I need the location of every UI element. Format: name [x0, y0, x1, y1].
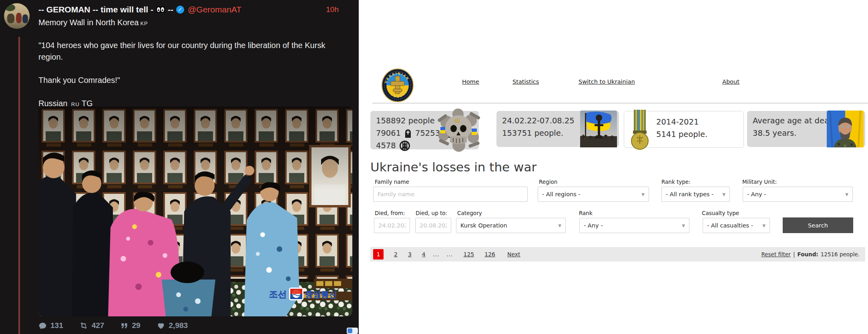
heart-icon — [157, 321, 165, 330]
region-select[interactable]: - All regions -▼ — [538, 187, 649, 202]
tweet-header: -- GEROMAN -- time will tell - -- ✓ @Ger… — [38, 5, 348, 14]
pow-count: 4578 — [376, 139, 396, 152]
tweet-actions: 131 427 29 2,983 — [38, 321, 188, 330]
chevron-down-icon: ▼ — [762, 223, 766, 228]
pagination-ellipsis: ... — [433, 251, 439, 258]
author-handle[interactable]: @GeromanAT — [188, 5, 241, 14]
chevron-down-icon: ▼ — [558, 223, 561, 228]
tweet-photo-memory-wall[interactable]: 조선 중앙통신 — [38, 107, 352, 316]
soldier-portrait-image — [827, 111, 864, 151]
verified-badge-icon: ✓ — [176, 6, 184, 14]
avatar[interactable] — [4, 3, 30, 29]
region-label: Region — [539, 179, 557, 185]
family-name-input[interactable] — [373, 187, 528, 202]
scrollbar-thumb[interactable] — [347, 328, 358, 334]
medal-image — [630, 109, 650, 154]
chevron-down-icon: ▼ — [641, 192, 645, 197]
pagination-bar: 1 2 3 4 ... ... 125 126 Next Reset filte… — [370, 247, 865, 262]
header-divider — [372, 103, 868, 103]
died-to-input[interactable] — [415, 218, 451, 233]
reset-filter-link[interactable]: Reset filter — [762, 251, 791, 258]
retweet-icon — [79, 321, 88, 330]
tweet-timestamp[interactable]: 10h — [326, 5, 348, 14]
retweet-button[interactable]: 427 — [79, 321, 104, 330]
nav-statistics[interactable]: Statistics — [512, 78, 539, 85]
nav-home[interactable]: Home — [462, 78, 479, 85]
page-126-link[interactable]: 126 — [484, 251, 495, 258]
page-title: Ukraine's losses in the war — [370, 160, 536, 174]
flag-kp-tag: KP — [140, 20, 148, 26]
pagination-ellipsis: ... — [446, 251, 453, 258]
died-from-input[interactable] — [374, 218, 410, 233]
family-name-label: Family name — [375, 179, 409, 185]
tombstone-icon — [404, 129, 412, 138]
prisoner-icon — [399, 140, 410, 151]
dead-count: 79061 — [376, 127, 401, 139]
site-logo[interactable]: UKRAINIAN LOSSES — [381, 68, 414, 103]
page-2-link[interactable]: 2 — [394, 251, 398, 258]
svg-text:중앙통신: 중앙통신 — [305, 290, 337, 299]
quote-button[interactable]: 29 — [120, 321, 140, 330]
casualty-type-select[interactable]: - All casualties -▼ — [703, 218, 770, 233]
separator: | — [793, 251, 795, 258]
tweet-subtitle: Memory Wall in North KoreaKP — [38, 18, 348, 27]
tweet-body: "104 heroes who gave their lives for our… — [38, 40, 344, 109]
like-button[interactable]: 2,983 — [157, 321, 188, 330]
next-page-link[interactable]: Next — [507, 251, 520, 258]
found-label: Found: — [797, 251, 818, 258]
eyes-emoji-icon — [156, 6, 165, 13]
casualty-type-label: Casualty type — [702, 210, 739, 216]
category-label: Category — [457, 210, 482, 216]
military-unit-select[interactable]: - Any -▼ — [743, 187, 853, 202]
card-total-losses: 158892 people 79061 75253 ? 4578 — [370, 111, 479, 149]
category-select[interactable]: Kursk Operation▼ — [456, 218, 566, 233]
site-panel: UKRAINIAN LOSSES Home Statistics Switch … — [359, 0, 868, 334]
chevron-down-icon: ▼ — [722, 192, 725, 197]
rank-type-label: Rank type: — [661, 179, 691, 185]
quote-count: 29 — [132, 321, 140, 330]
author-name[interactable]: -- GEROMAN -- time will tell - — [38, 5, 153, 14]
reply-count: 131 — [50, 321, 63, 330]
svg-text:조선: 조선 — [269, 289, 287, 299]
page-1-active[interactable]: 1 — [373, 249, 384, 260]
died-from-label: Died, from: — [375, 210, 405, 216]
nav-about[interactable]: About — [722, 78, 739, 85]
page-4-link[interactable]: 4 — [422, 251, 426, 258]
found-value: 12516 people. — [821, 251, 860, 258]
tweet-panel: -- GEROMAN -- time will tell - -- ✓ @Ger… — [0, 0, 359, 334]
search-button[interactable]: Search — [783, 217, 853, 233]
page-125-link[interactable]: 125 — [463, 251, 474, 258]
page-3-link[interactable]: 3 — [408, 251, 412, 258]
military-unit-label: Military Unit: — [742, 179, 777, 185]
reply-icon — [38, 322, 47, 330]
like-count: 2,983 — [169, 321, 188, 330]
rank-select[interactable]: - Any -▼ — [579, 218, 689, 233]
author-name-suffix: -- — [168, 5, 173, 14]
reply-button[interactable]: 131 — [38, 321, 63, 330]
chevron-down-icon: ▼ — [845, 192, 848, 197]
card-prewar-losses: 2014-2021 5141 people. — [624, 111, 744, 148]
quote-icon — [120, 322, 128, 330]
flag-memorial-image — [580, 111, 617, 151]
card-fullscale-war: 24.02.22-07.08.25 153751 people. — [496, 111, 619, 147]
prewar-people: 5141 people. — [656, 128, 743, 141]
rank-type-select[interactable]: - All rank types -▼ — [661, 187, 730, 202]
tweet-paragraph: Thank you Comrades!" — [38, 74, 344, 86]
retweet-count: 427 — [92, 321, 104, 330]
tweet-paragraph: "104 heroes who gave their lives for our… — [38, 40, 344, 63]
card-average-age: Average age at death 38.5 years. — [747, 111, 865, 147]
died-to-label: Died, up to: — [416, 210, 447, 216]
prewar-dates: 2014-2021 — [656, 116, 743, 128]
chevron-down-icon: ▼ — [682, 223, 685, 228]
rank-label: Rank — [579, 210, 593, 216]
nav-switch-language[interactable]: Switch to Ukrainian — [579, 78, 635, 85]
thread-connector-line — [18, 37, 20, 334]
skull-artwork — [435, 106, 482, 157]
